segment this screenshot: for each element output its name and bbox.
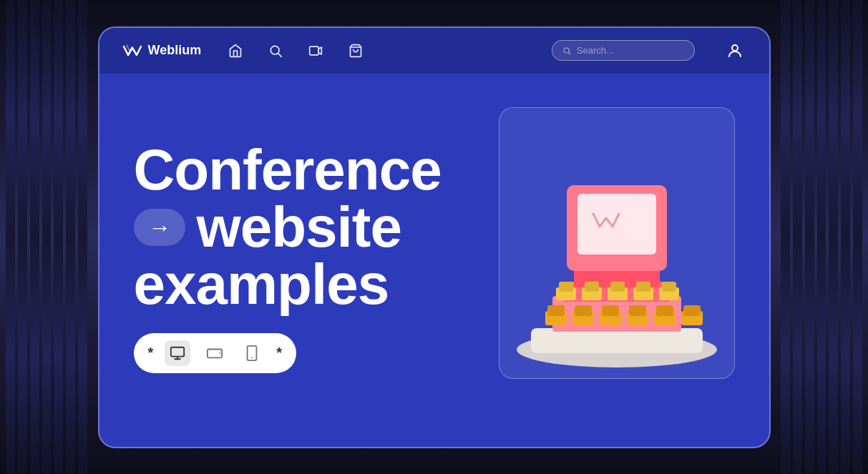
svg-rect-37 bbox=[602, 305, 619, 316]
arrow-icon: → bbox=[148, 216, 170, 239]
svg-rect-35 bbox=[575, 305, 592, 316]
svg-rect-43 bbox=[683, 305, 701, 316]
nav-icons bbox=[224, 39, 528, 62]
home-icon bbox=[228, 44, 243, 58]
stripe bbox=[829, 0, 838, 474]
bag-icon bbox=[348, 44, 363, 58]
glass-frame bbox=[499, 107, 735, 379]
search-input[interactable] bbox=[577, 45, 684, 56]
desktop-filter-button[interactable] bbox=[165, 340, 190, 366]
user-account-button[interactable] bbox=[723, 39, 746, 62]
hero-title-website: website bbox=[197, 199, 401, 256]
search-icon bbox=[562, 46, 571, 56]
hero-text: Conference → website examples * bbox=[134, 142, 477, 373]
svg-rect-41 bbox=[656, 305, 673, 316]
stripe bbox=[853, 0, 862, 474]
svg-rect-16 bbox=[531, 328, 703, 353]
svg-point-5 bbox=[564, 47, 569, 52]
stripe bbox=[6, 0, 15, 474]
search-nav-icon bbox=[268, 44, 283, 58]
hero-title-line3: examples bbox=[134, 256, 477, 313]
svg-rect-33 bbox=[547, 305, 565, 316]
stripe bbox=[793, 0, 802, 474]
svg-rect-29 bbox=[636, 282, 650, 292]
stripe bbox=[42, 0, 52, 474]
stripe bbox=[781, 0, 790, 474]
svg-point-14 bbox=[251, 357, 253, 358]
svg-rect-27 bbox=[610, 282, 625, 292]
main-card: Weblium bbox=[98, 26, 771, 448]
hero-section: Conference → website examples * bbox=[99, 74, 769, 447]
svg-point-12 bbox=[220, 352, 221, 354]
stripe bbox=[66, 0, 75, 474]
stripe bbox=[30, 0, 39, 474]
navbar: Weblium bbox=[99, 28, 769, 74]
device-filter-bar: * bbox=[134, 333, 297, 373]
svg-rect-2 bbox=[310, 46, 319, 55]
hero-title-line1: Conference bbox=[134, 142, 477, 199]
stripe bbox=[18, 0, 27, 474]
tablet-portrait-filter-button[interactable] bbox=[239, 340, 265, 366]
svg-rect-25 bbox=[585, 282, 599, 292]
stripe bbox=[817, 0, 826, 474]
video-nav-button[interactable] bbox=[304, 39, 327, 62]
bag-nav-button[interactable] bbox=[344, 39, 367, 62]
search-bar[interactable] bbox=[552, 40, 695, 61]
weblium-logo-icon bbox=[122, 44, 142, 58]
svg-point-7 bbox=[732, 45, 738, 51]
curtain-left bbox=[0, 0, 93, 474]
stripe bbox=[841, 0, 850, 474]
svg-rect-31 bbox=[662, 282, 676, 292]
asterisk-right: * bbox=[276, 345, 282, 361]
stripe bbox=[78, 0, 87, 474]
stripe bbox=[805, 0, 814, 474]
tablet-portrait-icon bbox=[244, 345, 260, 361]
tablet-landscape-filter-button[interactable] bbox=[202, 340, 228, 366]
desktop-icon bbox=[170, 345, 185, 361]
svg-line-1 bbox=[278, 53, 282, 56]
video-icon bbox=[308, 44, 323, 58]
hero-title-line2: → website bbox=[134, 199, 477, 256]
svg-rect-8 bbox=[171, 347, 184, 356]
home-nav-button[interactable] bbox=[224, 39, 247, 62]
stripe bbox=[54, 0, 63, 474]
hero-illustration bbox=[477, 107, 735, 408]
logo[interactable]: Weblium bbox=[122, 43, 202, 58]
svg-line-6 bbox=[568, 52, 570, 54]
search-nav-button[interactable] bbox=[264, 39, 287, 62]
conference-scene-svg bbox=[502, 114, 731, 378]
arrow-badge[interactable]: → bbox=[134, 209, 185, 246]
logo-text: Weblium bbox=[148, 43, 202, 58]
svg-rect-21 bbox=[577, 194, 656, 255]
curtain-right bbox=[775, 0, 868, 474]
user-icon bbox=[726, 42, 743, 59]
svg-marker-3 bbox=[318, 47, 321, 54]
svg-rect-39 bbox=[629, 305, 646, 316]
tablet-landscape-icon bbox=[207, 345, 223, 361]
svg-rect-23 bbox=[559, 282, 573, 292]
asterisk-left: * bbox=[148, 345, 154, 361]
